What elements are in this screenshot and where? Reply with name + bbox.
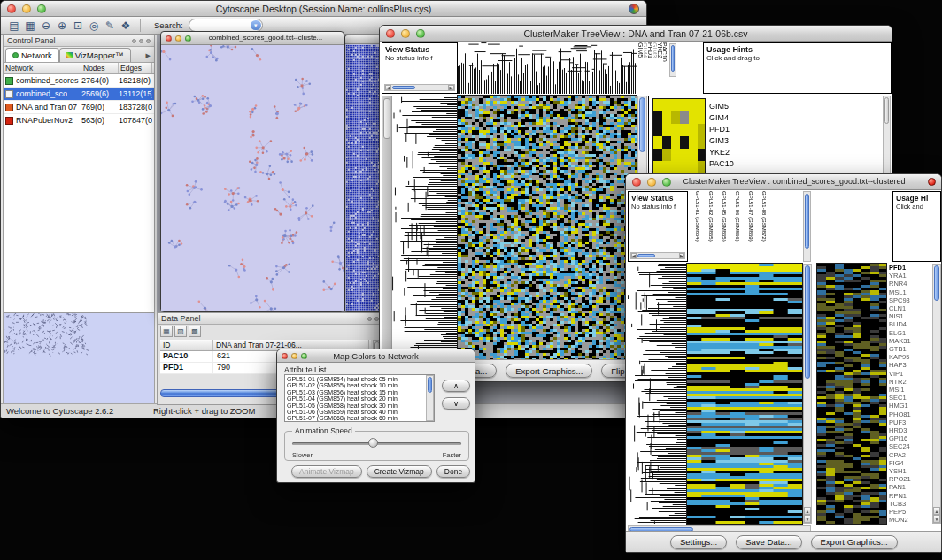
panel-hide-icon[interactable]: [139, 39, 143, 43]
panel-close-icon[interactable]: [146, 39, 151, 43]
panel-float-icon[interactable]: [132, 39, 136, 43]
close-button[interactable]: [166, 35, 172, 42]
tv2-heatmap-secondary[interactable]: [817, 264, 886, 524]
gene-label[interactable]: FIG4: [889, 459, 931, 467]
attribute-list-item[interactable]: GPL51-01 (GSM854) heat shock 05 min: [287, 376, 432, 382]
tv2-action-button[interactable]: Settings...: [670, 535, 727, 549]
tv2-action-button[interactable]: Save Data...: [736, 535, 801, 549]
scroll-down-icon[interactable]: ▼: [804, 515, 811, 523]
network-view-canvas[interactable]: [161, 45, 344, 311]
move-down-button[interactable]: ∨: [442, 397, 470, 410]
gene-label[interactable]: PFD1: [889, 264, 931, 272]
zoom-button[interactable]: [301, 353, 307, 359]
network-row[interactable]: combined_sco 2569(6) 13112(15): [4, 88, 154, 101]
gene-label[interactable]: SEC24: [889, 442, 931, 450]
close-button[interactable]: [386, 29, 395, 38]
scroll-left-icon[interactable]: ◀: [385, 85, 391, 90]
tv2-heatmap-primary[interactable]: [687, 264, 802, 524]
gene-label[interactable]: CPA2: [889, 451, 931, 459]
view-status-hscrollbar[interactable]: ◀ ▶: [384, 84, 455, 91]
gene-label[interactable]: PAN1: [889, 483, 931, 491]
minimize-button[interactable]: [291, 353, 297, 359]
network-table-header-cell[interactable]: Nodes: [81, 63, 119, 73]
zoom-out-icon[interactable]: ⊖: [38, 19, 54, 34]
scroll-up-icon[interactable]: ▲: [933, 507, 940, 515]
dialog-action-button[interactable]: Animate Vizmap: [291, 465, 362, 478]
gene-label[interactable]: MAK31: [889, 337, 931, 345]
attribute-list-item[interactable]: GPL51-07 (GSM868) heat shock 60 min: [287, 415, 432, 421]
attr-header-id[interactable]: ID: [160, 340, 213, 350]
scroll-thumb[interactable]: [805, 265, 810, 379]
tv1-left-scrollbar[interactable]: [382, 96, 392, 361]
scroll-thumb[interactable]: [934, 265, 939, 301]
gene-label[interactable]: SPC98: [889, 296, 931, 304]
network-table-header-cell[interactable]: Network: [4, 63, 81, 73]
minimize-button[interactable]: [175, 35, 181, 42]
tv2-action-button[interactable]: Export Graphics...: [811, 535, 898, 549]
tv1-row-label[interactable]: GIM5: [709, 101, 734, 112]
network-table-header-cell[interactable]: Edges: [119, 63, 152, 73]
attribute-list-item[interactable]: GPL51-05 (GSM858) heat shock 30 min: [287, 403, 432, 409]
tv1-row-label[interactable]: PFD1: [709, 124, 734, 135]
minimize-button[interactable]: [22, 4, 31, 13]
gene-label[interactable]: MSI1: [889, 386, 931, 394]
zoom-in-icon[interactable]: ⊕: [54, 19, 70, 34]
gene-label[interactable]: GTB1: [889, 345, 931, 353]
scroll-thumb[interactable]: [639, 97, 645, 152]
zoom-fit-icon[interactable]: ⊡: [70, 19, 86, 34]
network-row[interactable]: DNA and Tran 07 769(0) 183728(0): [4, 101, 154, 114]
scroll-thumb[interactable]: [383, 98, 390, 139]
network-table-header[interactable]: NetworkNodesEdges: [4, 63, 154, 74]
gene-label[interactable]: HRD3: [889, 426, 931, 434]
dense-network-canvas[interactable]: [345, 44, 381, 311]
gene-label[interactable]: VIP1: [889, 370, 931, 378]
zoom-selected-icon[interactable]: ◎: [86, 19, 102, 34]
tv2-column-label[interactable]: GPL51-08 (GSM872): [760, 191, 767, 262]
gene-label[interactable]: MSL1: [889, 288, 931, 296]
network-view-titlebar[interactable]: combined_scores_good.txt--cluste...: [161, 32, 344, 45]
attribute-delete-icon[interactable]: ▩: [189, 326, 201, 337]
dialog-action-button[interactable]: Create Vizmap: [367, 465, 432, 478]
tab-vizmapper[interactable]: VizMapper™: [59, 48, 131, 62]
minimize-button[interactable]: [401, 29, 410, 38]
tab-overflow-icon[interactable]: ▶: [146, 52, 154, 62]
tv2-column-label[interactable]: GPL51-02 (GSM855): [706, 191, 714, 262]
search-input[interactable]: ▼: [189, 19, 263, 32]
scroll-thumb[interactable]: [805, 194, 809, 249]
minimize-button[interactable]: [647, 178, 656, 187]
gene-label[interactable]: ELG1: [889, 329, 931, 337]
tv2-column-label[interactable]: GPL51-07 (GSM869): [746, 191, 753, 262]
scroll-right-icon[interactable]: ▶: [448, 85, 454, 90]
attribute-select-icon[interactable]: ▦: [160, 326, 173, 337]
scroll-thumb[interactable]: [428, 377, 432, 393]
vizmapper-shortcut-icon[interactable]: ❖: [118, 19, 134, 34]
tv1-heatmap[interactable]: [458, 96, 637, 361]
tv1-row-dendrogram[interactable]: [392, 96, 458, 361]
zoom-button[interactable]: [185, 35, 191, 42]
tv2-gene-vscrollbar[interactable]: ▲ ▼: [932, 264, 941, 524]
gene-label[interactable]: HAP3: [889, 361, 931, 369]
tv2-column-label[interactable]: GPL51-01 (GSM854): [693, 191, 700, 262]
scroll-thumb[interactable]: [392, 86, 415, 89]
gene-label[interactable]: PEP5: [889, 508, 931, 516]
gene-label[interactable]: NTR2: [889, 378, 931, 386]
tv1-column-label[interactable]: PAC10: [663, 42, 668, 94]
move-up-button[interactable]: ∧: [442, 380, 470, 392]
gene-label[interactable]: PUF3: [889, 418, 931, 426]
tv2-column-label[interactable]: GPL51-05 (GSM865): [720, 191, 727, 262]
scroll-thumb[interactable]: [671, 45, 675, 72]
attribute-list-item[interactable]: GPL51-03 (GSM856) heat shock 15 min: [287, 389, 432, 395]
tv1-similarity-matrix[interactable]: [653, 99, 705, 177]
tv1-action-button[interactable]: Export Graphics...: [506, 364, 592, 378]
tv1-row-label[interactable]: YKE2: [709, 147, 734, 158]
save-session-icon[interactable]: ▦: [22, 19, 38, 34]
gene-label[interactable]: YRA1: [889, 272, 931, 280]
attribute-list-scrollbar[interactable]: [426, 375, 434, 421]
treeview2-titlebar[interactable]: ClusterMaker TreeView : combined_scores_…: [626, 174, 941, 190]
gene-label[interactable]: GPI16: [889, 434, 931, 442]
attribute-list-item[interactable]: GPL51-04 (GSM857) heat shock 20 min: [287, 395, 432, 402]
open-network-icon[interactable]: ▤: [6, 19, 22, 34]
treeview1-titlebar[interactable]: ClusterMaker TreeView : DNA and Tran 07-…: [380, 26, 892, 42]
annotation-icon[interactable]: ✎: [102, 19, 118, 34]
gene-label[interactable]: HMG1: [889, 402, 931, 410]
